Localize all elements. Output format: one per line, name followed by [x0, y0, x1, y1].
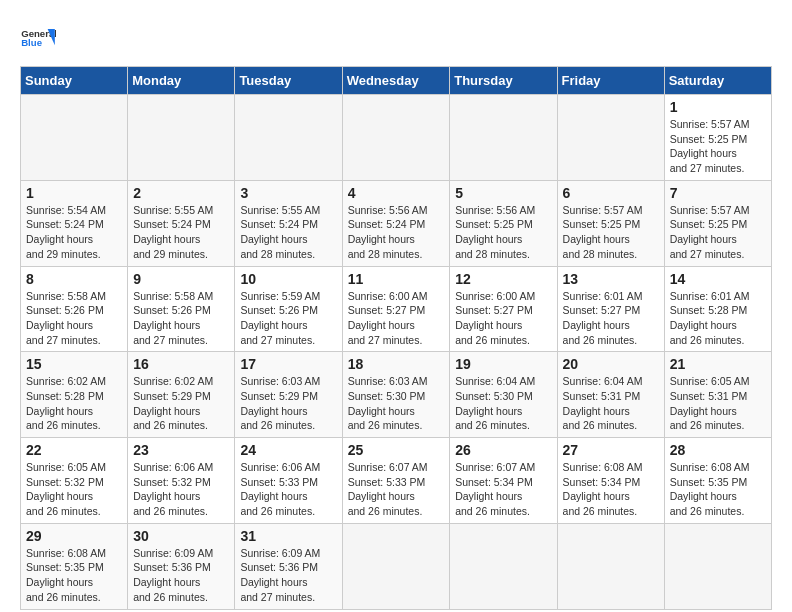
day-number: 28: [670, 442, 766, 458]
calendar-cell: [342, 523, 450, 609]
calendar-cell: [450, 95, 557, 181]
calendar-week-row: 1Sunrise: 5:54 AMSunset: 5:24 PMDaylight…: [21, 180, 772, 266]
day-info: Sunrise: 6:00 AMSunset: 5:27 PMDaylight …: [348, 289, 445, 348]
day-number: 6: [563, 185, 659, 201]
calendar-cell: 18Sunrise: 6:03 AMSunset: 5:30 PMDayligh…: [342, 352, 450, 438]
calendar-cell: 6Sunrise: 5:57 AMSunset: 5:25 PMDaylight…: [557, 180, 664, 266]
calendar-cell: 15Sunrise: 6:02 AMSunset: 5:28 PMDayligh…: [21, 352, 128, 438]
day-number: 1: [670, 99, 766, 115]
day-number: 2: [133, 185, 229, 201]
calendar-cell: 21Sunrise: 6:05 AMSunset: 5:31 PMDayligh…: [664, 352, 771, 438]
day-info: Sunrise: 6:02 AMSunset: 5:28 PMDaylight …: [26, 374, 122, 433]
day-info: Sunrise: 6:04 AMSunset: 5:31 PMDaylight …: [563, 374, 659, 433]
day-number: 27: [563, 442, 659, 458]
calendar-cell: [450, 523, 557, 609]
day-number: 23: [133, 442, 229, 458]
calendar-cell: [557, 95, 664, 181]
day-info: Sunrise: 6:08 AMSunset: 5:34 PMDaylight …: [563, 460, 659, 519]
calendar-cell: [21, 95, 128, 181]
calendar-cell: 1Sunrise: 5:54 AMSunset: 5:24 PMDaylight…: [21, 180, 128, 266]
calendar-cell: 7Sunrise: 5:57 AMSunset: 5:25 PMDaylight…: [664, 180, 771, 266]
calendar-cell: 24Sunrise: 6:06 AMSunset: 5:33 PMDayligh…: [235, 438, 342, 524]
calendar-cell: 10Sunrise: 5:59 AMSunset: 5:26 PMDayligh…: [235, 266, 342, 352]
calendar-cell: 4Sunrise: 5:56 AMSunset: 5:24 PMDaylight…: [342, 180, 450, 266]
calendar-cell: [235, 95, 342, 181]
day-number: 15: [26, 356, 122, 372]
day-info: Sunrise: 6:06 AMSunset: 5:32 PMDaylight …: [133, 460, 229, 519]
day-number: 3: [240, 185, 336, 201]
calendar-cell: 30Sunrise: 6:09 AMSunset: 5:36 PMDayligh…: [128, 523, 235, 609]
calendar-cell: 5Sunrise: 5:56 AMSunset: 5:25 PMDaylight…: [450, 180, 557, 266]
calendar-week-row: 22Sunrise: 6:05 AMSunset: 5:32 PMDayligh…: [21, 438, 772, 524]
day-number: 29: [26, 528, 122, 544]
day-number: 18: [348, 356, 445, 372]
day-info: Sunrise: 5:58 AMSunset: 5:26 PMDaylight …: [133, 289, 229, 348]
calendar-cell: 1Sunrise: 5:57 AMSunset: 5:25 PMDaylight…: [664, 95, 771, 181]
calendar-cell: 9Sunrise: 5:58 AMSunset: 5:26 PMDaylight…: [128, 266, 235, 352]
day-info: Sunrise: 5:56 AMSunset: 5:24 PMDaylight …: [348, 203, 445, 262]
day-number: 1: [26, 185, 122, 201]
calendar-cell: 8Sunrise: 5:58 AMSunset: 5:26 PMDaylight…: [21, 266, 128, 352]
page-header: General Blue: [20, 20, 772, 56]
calendar-cell: 11Sunrise: 6:00 AMSunset: 5:27 PMDayligh…: [342, 266, 450, 352]
calendar-cell: 31Sunrise: 6:09 AMSunset: 5:36 PMDayligh…: [235, 523, 342, 609]
day-info: Sunrise: 6:07 AMSunset: 5:34 PMDaylight …: [455, 460, 551, 519]
day-info: Sunrise: 6:05 AMSunset: 5:31 PMDaylight …: [670, 374, 766, 433]
calendar-cell: [557, 523, 664, 609]
day-info: Sunrise: 5:55 AMSunset: 5:24 PMDaylight …: [133, 203, 229, 262]
day-info: Sunrise: 6:01 AMSunset: 5:28 PMDaylight …: [670, 289, 766, 348]
calendar-cell: 23Sunrise: 6:06 AMSunset: 5:32 PMDayligh…: [128, 438, 235, 524]
day-number: 17: [240, 356, 336, 372]
logo-icon: General Blue: [20, 20, 56, 56]
day-number: 7: [670, 185, 766, 201]
day-number: 14: [670, 271, 766, 287]
calendar-cell: 2Sunrise: 5:55 AMSunset: 5:24 PMDaylight…: [128, 180, 235, 266]
calendar-week-row: 15Sunrise: 6:02 AMSunset: 5:28 PMDayligh…: [21, 352, 772, 438]
day-info: Sunrise: 6:00 AMSunset: 5:27 PMDaylight …: [455, 289, 551, 348]
day-info: Sunrise: 5:55 AMSunset: 5:24 PMDaylight …: [240, 203, 336, 262]
day-info: Sunrise: 6:03 AMSunset: 5:29 PMDaylight …: [240, 374, 336, 433]
day-number: 8: [26, 271, 122, 287]
day-info: Sunrise: 6:09 AMSunset: 5:36 PMDaylight …: [240, 546, 336, 605]
day-number: 9: [133, 271, 229, 287]
calendar-week-row: 29Sunrise: 6:08 AMSunset: 5:35 PMDayligh…: [21, 523, 772, 609]
day-info: Sunrise: 6:07 AMSunset: 5:33 PMDaylight …: [348, 460, 445, 519]
logo: General Blue: [20, 20, 56, 56]
calendar-cell: 19Sunrise: 6:04 AMSunset: 5:30 PMDayligh…: [450, 352, 557, 438]
column-header-thursday: Thursday: [450, 67, 557, 95]
calendar-cell: 26Sunrise: 6:07 AMSunset: 5:34 PMDayligh…: [450, 438, 557, 524]
svg-text:Blue: Blue: [21, 37, 42, 48]
day-number: 26: [455, 442, 551, 458]
calendar-cell: [664, 523, 771, 609]
calendar-cell: 16Sunrise: 6:02 AMSunset: 5:29 PMDayligh…: [128, 352, 235, 438]
day-info: Sunrise: 5:54 AMSunset: 5:24 PMDaylight …: [26, 203, 122, 262]
day-info: Sunrise: 6:08 AMSunset: 5:35 PMDaylight …: [670, 460, 766, 519]
day-info: Sunrise: 6:09 AMSunset: 5:36 PMDaylight …: [133, 546, 229, 605]
column-header-sunday: Sunday: [21, 67, 128, 95]
day-info: Sunrise: 6:04 AMSunset: 5:30 PMDaylight …: [455, 374, 551, 433]
day-number: 12: [455, 271, 551, 287]
calendar-cell: 25Sunrise: 6:07 AMSunset: 5:33 PMDayligh…: [342, 438, 450, 524]
calendar-week-row: 8Sunrise: 5:58 AMSunset: 5:26 PMDaylight…: [21, 266, 772, 352]
day-number: 24: [240, 442, 336, 458]
calendar-cell: 27Sunrise: 6:08 AMSunset: 5:34 PMDayligh…: [557, 438, 664, 524]
calendar-table: SundayMondayTuesdayWednesdayThursdayFrid…: [20, 66, 772, 610]
calendar-cell: 17Sunrise: 6:03 AMSunset: 5:29 PMDayligh…: [235, 352, 342, 438]
calendar-cell: 14Sunrise: 6:01 AMSunset: 5:28 PMDayligh…: [664, 266, 771, 352]
day-info: Sunrise: 6:01 AMSunset: 5:27 PMDaylight …: [563, 289, 659, 348]
calendar-header-row: SundayMondayTuesdayWednesdayThursdayFrid…: [21, 67, 772, 95]
column-header-wednesday: Wednesday: [342, 67, 450, 95]
day-number: 30: [133, 528, 229, 544]
column-header-monday: Monday: [128, 67, 235, 95]
day-number: 16: [133, 356, 229, 372]
calendar-cell: 12Sunrise: 6:00 AMSunset: 5:27 PMDayligh…: [450, 266, 557, 352]
day-number: 4: [348, 185, 445, 201]
day-number: 31: [240, 528, 336, 544]
day-info: Sunrise: 5:57 AMSunset: 5:25 PMDaylight …: [670, 203, 766, 262]
day-info: Sunrise: 5:59 AMSunset: 5:26 PMDaylight …: [240, 289, 336, 348]
day-number: 25: [348, 442, 445, 458]
calendar-week-row: 1Sunrise: 5:57 AMSunset: 5:25 PMDaylight…: [21, 95, 772, 181]
calendar-cell: 28Sunrise: 6:08 AMSunset: 5:35 PMDayligh…: [664, 438, 771, 524]
day-info: Sunrise: 5:58 AMSunset: 5:26 PMDaylight …: [26, 289, 122, 348]
day-info: Sunrise: 6:02 AMSunset: 5:29 PMDaylight …: [133, 374, 229, 433]
